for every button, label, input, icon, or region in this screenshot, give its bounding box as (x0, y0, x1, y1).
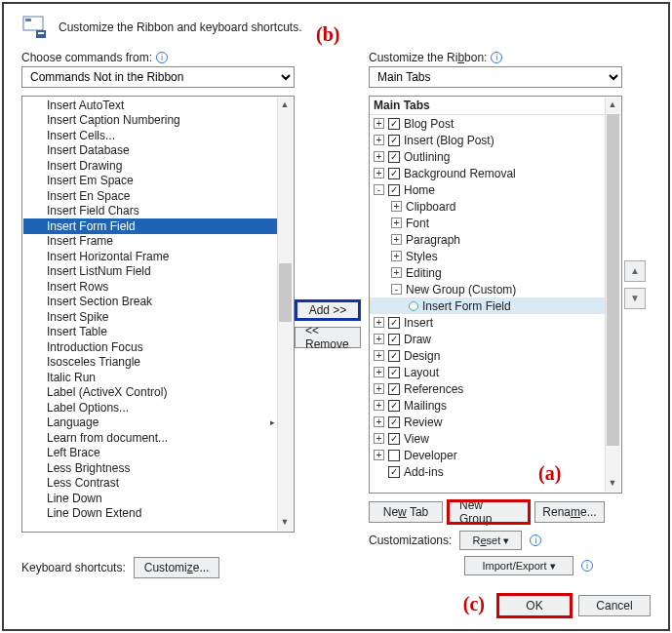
commands-listbox[interactable]: Insert AutoTextInsert Caption NumberingI… (21, 96, 295, 533)
expand-icon[interactable]: + (391, 251, 402, 261)
tree-node[interactable]: +Insert (370, 314, 605, 331)
scrollbar[interactable]: ▲ ▼ (277, 98, 293, 531)
tree-node[interactable]: +Layout (370, 364, 605, 380)
expand-icon[interactable]: + (374, 334, 384, 344)
command-item[interactable]: Language▸ (23, 415, 277, 431)
expand-icon[interactable]: + (374, 135, 384, 145)
command-item[interactable]: Line Down (23, 491, 277, 506)
expand-icon[interactable]: + (374, 450, 384, 460)
expand-icon[interactable]: + (391, 267, 402, 278)
checkbox[interactable] (388, 135, 400, 146)
expand-icon[interactable]: + (374, 433, 384, 444)
command-item[interactable]: Insert Field Chars (23, 204, 277, 219)
command-item[interactable]: Insert AutoText (23, 98, 277, 113)
command-item[interactable]: Insert Spike (23, 309, 277, 325)
info-icon[interactable]: i (581, 560, 593, 572)
expand-icon[interactable]: + (374, 416, 384, 427)
tree-node[interactable]: +Background Removal (370, 165, 605, 181)
checkbox[interactable] (388, 383, 400, 395)
info-icon[interactable]: i (156, 52, 168, 63)
reset-button[interactable]: Reset ▾ (459, 531, 522, 550)
expand-icon[interactable]: + (374, 118, 384, 129)
tree-node[interactable]: +Blog Post (370, 115, 605, 132)
tree-node[interactable]: -New Group (Custom) (370, 281, 605, 297)
scroll-down-icon[interactable]: ▼ (606, 476, 619, 492)
checkbox[interactable] (388, 151, 400, 163)
command-item[interactable]: Label Options... (23, 400, 277, 415)
tree-node[interactable]: +Mailings (370, 397, 605, 414)
checkbox[interactable] (388, 433, 400, 445)
command-item[interactable]: Insert Frame (23, 234, 277, 250)
checkbox[interactable] (388, 334, 400, 345)
import-export-button[interactable]: Import/Export ▾ (464, 556, 573, 575)
tree-node[interactable]: +Review (370, 414, 605, 430)
tree-node[interactable]: +Styles (370, 248, 605, 264)
command-item[interactable]: Insert Drawing (23, 158, 277, 174)
checkbox[interactable] (388, 450, 400, 461)
expand-icon[interactable]: + (374, 168, 384, 178)
tree-node[interactable]: +Font (370, 215, 605, 231)
tree-node[interactable]: +References (370, 380, 605, 397)
command-item[interactable]: Insert Caption Numbering (23, 113, 277, 129)
ribbon-tabs-dropdown[interactable]: Main Tabs (369, 66, 622, 88)
remove-button[interactable]: << Remove (295, 327, 361, 348)
tree-node[interactable]: +Draw (370, 331, 605, 347)
command-item[interactable]: Isosceles Triangle (23, 355, 277, 371)
scroll-thumb[interactable] (279, 263, 292, 322)
command-item[interactable]: Insert Em Space (23, 174, 277, 189)
expand-icon[interactable]: + (374, 383, 384, 394)
command-item[interactable]: Insert Form Field (23, 218, 277, 234)
expand-icon[interactable]: + (374, 151, 384, 162)
checkbox[interactable] (388, 168, 400, 179)
customize-keyboard-button[interactable]: Customize... (134, 557, 220, 578)
expand-icon[interactable]: + (374, 400, 384, 411)
ok-button[interactable]: OK (498, 595, 571, 616)
tree-node[interactable]: +Outlining (370, 148, 605, 165)
collapse-icon[interactable]: - (391, 284, 402, 295)
tree-node[interactable]: +Developer (370, 447, 605, 463)
command-item[interactable]: Line Down Extend (23, 506, 277, 522)
expand-icon[interactable]: + (391, 201, 402, 212)
move-down-button[interactable]: ▼ (624, 288, 646, 309)
command-item[interactable]: Italic Run (23, 370, 277, 385)
tree-node[interactable]: +Paragraph (370, 231, 605, 248)
collapse-icon[interactable]: - (374, 184, 384, 195)
checkbox[interactable] (388, 400, 400, 412)
checkbox[interactable] (388, 317, 400, 329)
expand-icon[interactable]: + (374, 367, 384, 377)
checkbox[interactable] (388, 184, 400, 196)
expand-icon[interactable]: + (374, 350, 384, 361)
new-tab-button[interactable]: New Tab (369, 501, 443, 523)
checkbox[interactable] (388, 367, 400, 378)
tree-node[interactable]: -Home (370, 181, 605, 198)
command-item[interactable]: Less Brightness (23, 460, 277, 476)
tree-node[interactable]: +Design (370, 347, 605, 364)
command-item[interactable]: Insert Table (23, 325, 277, 340)
command-item[interactable]: Left Brace (23, 446, 277, 461)
scroll-thumb[interactable] (607, 114, 619, 446)
command-item[interactable]: Insert Database (23, 143, 277, 159)
add-button[interactable]: Add >> (295, 299, 361, 321)
rename-button[interactable]: Rename... (534, 501, 605, 523)
tree-node[interactable]: +Clipboard (370, 198, 605, 215)
choose-commands-dropdown[interactable]: Commands Not in the Ribbon (21, 66, 295, 88)
tree-node[interactable]: Insert Form Field (370, 297, 605, 314)
command-item[interactable]: Label (ActiveX Control) (23, 385, 277, 401)
checkbox[interactable] (388, 118, 400, 130)
expand-icon[interactable]: + (391, 218, 402, 228)
info-icon[interactable]: i (530, 534, 541, 546)
move-up-button[interactable]: ▲ (624, 260, 646, 282)
command-item[interactable]: Learn from document... (23, 430, 277, 446)
cancel-button[interactable]: Cancel (578, 595, 651, 616)
tree-node[interactable]: +View (370, 430, 605, 447)
command-item[interactable]: Insert Section Break (23, 295, 277, 310)
info-icon[interactable]: i (491, 52, 502, 63)
command-item[interactable]: Introduction Focus (23, 339, 277, 355)
tree-node[interactable]: +Editing (370, 264, 605, 281)
tree-node[interactable]: Add-ins (370, 463, 605, 480)
scroll-up-icon[interactable]: ▲ (278, 98, 292, 113)
scroll-up-icon[interactable]: ▲ (606, 98, 619, 113)
scrollbar[interactable]: ▲ ▼ (605, 98, 620, 492)
command-item[interactable]: Insert Rows (23, 279, 277, 295)
scroll-down-icon[interactable]: ▼ (278, 515, 292, 531)
